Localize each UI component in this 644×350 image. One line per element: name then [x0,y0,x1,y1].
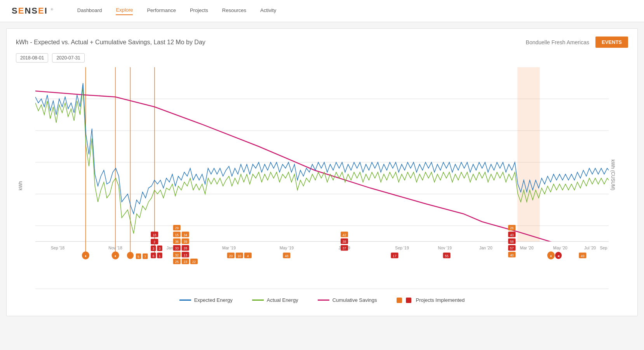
main-content: kWh - Expected vs. Actual + Cumulative S… [6,28,638,316]
date-start[interactable]: 2018-08-01 [16,53,48,63]
events-button[interactable]: EVENTS [595,37,628,48]
date-range: 2018-08-01 2020-07-31 [16,53,628,63]
chart-title: kWh - Expected vs. Actual + Cumulative S… [16,39,205,46]
svg-text:◄: ◄ [557,254,560,258]
legend-cumulative-line [318,300,329,301]
legend-expected: Expected Energy [179,297,233,303]
svg-text:Mar '19: Mar '19 [222,246,236,250]
svg-text:34: 34 [183,233,187,237]
svg-text:38: 38 [343,240,346,244]
chart-wrapper: kWh kWh (CUSUM) [16,67,628,308]
chart-area: Sep '18 Nov '18 Jan '19 Mar '19 May '19 … [35,67,609,265]
svg-text:17: 17 [393,254,397,258]
legend-cumulative: Cumulative Savings [318,297,377,303]
legend-projects-label: Projects Implemented [416,297,465,303]
svg-text:♦: ♦ [85,254,87,258]
legend-projects: Projects Implemented [397,297,465,303]
svg-text:5: 5 [138,254,139,258]
nav-activity[interactable]: Activity [260,7,276,15]
y-axis-label-left: kWh [18,181,23,190]
legend-project-orange-box [397,298,402,303]
date-end[interactable]: 2020-07-31 [52,53,84,63]
nav-dashboard[interactable]: Dashboard [77,7,102,15]
svg-text:29: 29 [175,226,179,230]
svg-text:48: 48 [285,254,289,258]
legend-actual-line [252,300,264,301]
company-name: Bonduelle Fresh Americas [526,39,589,45]
svg-text:23: 23 [183,260,187,264]
svg-text:Sep '18: Sep '18 [51,246,64,250]
nav-resources[interactable]: Resources [222,7,246,15]
svg-text:Sep '19: Sep '19 [395,246,409,250]
svg-text:28: 28 [183,246,187,250]
svg-text:57: 57 [510,246,514,250]
svg-text:22: 22 [192,260,196,264]
svg-text:42: 42 [343,233,346,237]
svg-text:25: 25 [175,260,179,264]
svg-text:37: 37 [343,246,346,250]
legend-cumulative-label: Cumulative Savings [332,297,377,303]
y-axis-label-right: kWh (CUSUM) [610,160,615,190]
legend-project-red-box [406,298,411,303]
svg-text:39: 39 [183,240,187,244]
svg-text:43: 43 [510,233,514,237]
right-top: Bonduelle Fresh Americas EVENTS [526,37,628,48]
svg-text:33: 33 [175,246,179,250]
svg-text:Nov '18: Nov '18 [108,246,122,250]
svg-text:40: 40 [510,253,514,257]
svg-text:Nov '19: Nov '19 [438,246,452,250]
nav-explore[interactable]: Explore [116,7,133,15]
svg-text:13: 13 [183,253,187,257]
svg-text:18: 18 [153,233,157,237]
svg-text:55: 55 [445,254,449,258]
svg-text:15: 15 [175,233,179,237]
svg-text:36: 36 [175,240,179,244]
svg-text:May '20: May '20 [553,246,567,250]
svg-text:6: 6 [152,254,154,258]
svg-text:3: 3 [159,247,161,251]
svg-text:4: 4 [247,254,249,258]
svg-text:1: 1 [159,254,161,258]
svg-text:49: 49 [581,254,585,258]
legend-actual: Actual Energy [252,297,298,303]
legend-expected-line [179,300,191,301]
svg-text:Jul '20: Jul '20 [584,246,596,250]
svg-text:♦: ♦ [550,254,552,258]
svg-text:2: 2 [153,240,155,244]
svg-text:Jan '20: Jan '20 [479,246,493,250]
top-bar: kWh - Expected vs. Actual + Cumulative S… [16,37,628,48]
svg-text:20: 20 [229,254,233,258]
svg-text:♦: ♦ [115,254,117,258]
legend-expected-label: Expected Energy [194,297,233,303]
svg-text:May '19: May '19 [280,246,294,250]
svg-rect-7 [517,67,540,242]
nav-performance[interactable]: Performance [147,7,176,15]
svg-text:Mar '20: Mar '20 [520,246,534,250]
svg-text:Sep '20: Sep '20 [600,246,609,250]
svg-text:10: 10 [237,254,241,258]
svg-text:3: 3 [152,247,154,251]
nav-bar: Dashboard Explore Performance Projects R… [77,7,276,15]
svg-text:58: 58 [510,240,514,244]
svg-text:26: 26 [510,226,514,230]
nav-projects[interactable]: Projects [190,7,208,15]
svg-text:7: 7 [144,254,146,258]
legend-actual-label: Actual Energy [267,297,298,303]
logo: SENSEI ® [12,6,54,16]
chart-svg: Sep '18 Nov '18 Jan '19 Mar '19 May '19 … [35,67,609,265]
svg-text:32: 32 [175,253,179,257]
chart-legend: Expected Energy Actual Energy Cumulative… [35,289,609,308]
svg-point-29 [127,252,134,259]
header: SENSEI ® Dashboard Explore Performance P… [0,0,644,22]
